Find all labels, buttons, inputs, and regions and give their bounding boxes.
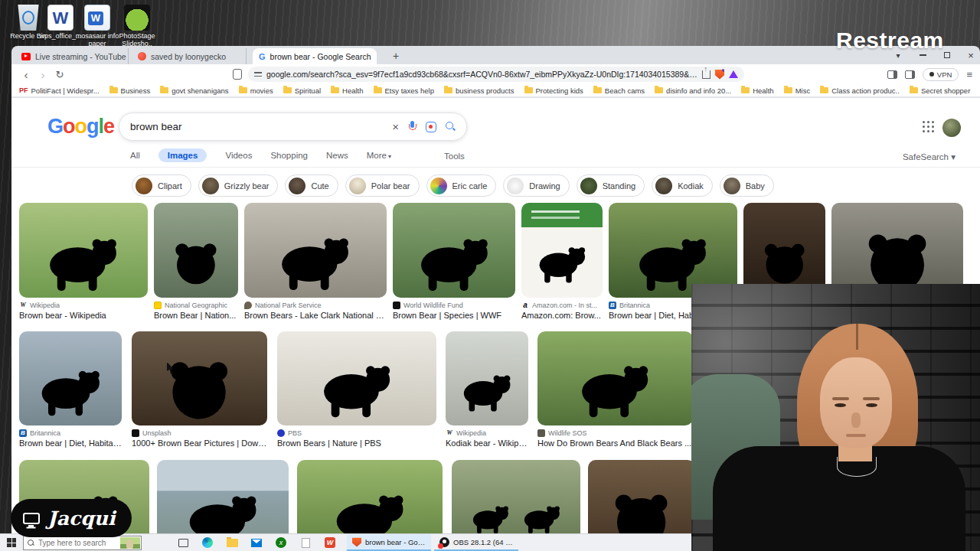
chip-polar-bear[interactable]: Polar bear (345, 174, 420, 197)
image-result[interactable]: World Wildlife Fund Brown Bear | Species… (393, 203, 515, 320)
url-bar[interactable]: google.com/search?sca_esv=9f7ecf1a9cd93c… (248, 67, 744, 82)
search-highlight-image[interactable] (120, 537, 140, 549)
task-view-button[interactable] (171, 534, 195, 551)
tools-button[interactable]: Tools (444, 152, 465, 161)
mail-button[interactable] (244, 534, 269, 551)
bear-image[interactable] (132, 331, 267, 425)
back-button[interactable]: ‹ (18, 68, 34, 81)
result-title[interactable]: Brown Bears - Lake Clark National Park .… (244, 311, 387, 320)
clear-search-icon[interactable]: × (392, 120, 399, 133)
reading-list-icon[interactable] (233, 69, 242, 80)
bookmark-folder[interactable]: Protecting kids (524, 86, 583, 95)
bookmark-folder[interactable]: business products (444, 86, 514, 95)
bookmark-folder[interactable]: Misc (784, 86, 811, 95)
chip-drawing[interactable]: Drawing (503, 174, 569, 197)
bookmark-politifact[interactable]: PFPolitiFact | Widespr... (19, 86, 100, 95)
bear-image[interactable] (393, 203, 515, 298)
chip-clipart[interactable]: Clipart (132, 174, 191, 197)
bookmark-folder[interactable]: Class action produc.. (820, 86, 900, 95)
side-panel-icon[interactable] (905, 70, 915, 79)
task-button-obs[interactable]: OBS 28.1.2 (64 bit, ... (434, 534, 518, 551)
extension-triangle-icon[interactable] (729, 70, 738, 78)
image-result[interactable]: WWikipedia Brown bear - Wikipedia (19, 203, 148, 320)
bookmark-folder[interactable]: govt shenanigans (160, 86, 228, 95)
brave-shield-icon[interactable] (715, 70, 724, 80)
image-result[interactable]: aAmazon.com - In st... Amazon.com: Brow.… (521, 203, 603, 320)
result-title[interactable]: Kodiak bear - Wikipe... (446, 439, 528, 448)
chip-cute[interactable]: Cute (285, 174, 338, 197)
chip-baby[interactable]: Baby (720, 174, 774, 197)
bear-image[interactable] (537, 331, 693, 425)
bookmark-folder[interactable]: movies (239, 86, 273, 95)
bookmark-folder[interactable]: disinfo and info 20... (655, 86, 731, 95)
chip-eric-carle[interactable]: Eric carle (426, 174, 497, 197)
document-app-button[interactable] (293, 534, 318, 551)
google-logo[interactable]: Google (47, 115, 114, 139)
bear-image[interactable] (588, 460, 695, 533)
file-explorer-button[interactable] (220, 534, 244, 551)
result-title[interactable]: How Do Brown Bears And Black Bears ... (537, 439, 693, 448)
task-button-brave[interactable]: brown bear - Googl... (347, 534, 431, 551)
bookmark-folder[interactable]: Business (109, 86, 151, 95)
tab-shopping[interactable]: Shopping (270, 151, 308, 160)
image-result[interactable]: Unsplash 1000+ Brown Bear Pictures | Dow… (132, 331, 267, 448)
forward-button[interactable]: › (34, 68, 51, 81)
tab-saved[interactable]: saved by loonygecko (132, 48, 247, 64)
bear-image[interactable] (19, 203, 148, 298)
close-window-button[interactable]: × (962, 46, 979, 64)
image-result[interactable]: Wildlife SOS How Do Brown Bears And Blac… (537, 331, 693, 448)
tab-more[interactable]: More▾ (367, 151, 391, 160)
bookmark-folder[interactable]: Health (741, 86, 773, 95)
tab-all[interactable]: All (130, 151, 140, 160)
result-title[interactable]: Amazon.com: Brow... (521, 311, 603, 320)
menu-button[interactable]: ≡ (966, 69, 972, 80)
image-result[interactable]: WWikipedia Kodiak bear - Wikipe... (446, 331, 528, 448)
xbox-button[interactable]: x (269, 534, 293, 551)
avatar[interactable] (942, 119, 961, 137)
image-result[interactable]: BBritannica Brown bear | Diet, Habitat, … (19, 331, 122, 448)
image-result[interactable] (452, 460, 580, 533)
chip-standing[interactable]: Standing (577, 174, 645, 197)
bookmark-folder[interactable]: Spiritual (283, 86, 321, 95)
new-tab-button[interactable]: + (388, 49, 403, 63)
site-settings-icon[interactable] (254, 70, 262, 78)
image-result[interactable]: National Geographic Brown Bear | Nation.… (154, 203, 238, 320)
lens-icon[interactable] (426, 122, 436, 132)
bear-cubs-image[interactable] (452, 460, 580, 533)
bear-image[interactable] (297, 460, 443, 533)
image-result[interactable] (588, 460, 695, 533)
chip-grizzly-bear[interactable]: Grizzly bear (198, 174, 279, 197)
result-title[interactable]: Brown bear - Wikipedia (19, 311, 148, 320)
mic-icon[interactable] (408, 121, 416, 132)
wondershare-button[interactable]: W (318, 534, 342, 551)
search-icon[interactable] (446, 122, 456, 132)
safesearch-button[interactable]: SafeSearch ▾ (903, 152, 956, 162)
taskbar-search[interactable] (23, 536, 142, 550)
result-title[interactable]: Brown Bears | Nature | PBS (277, 439, 436, 448)
tab-images[interactable]: Images (158, 148, 207, 162)
bear-image[interactable] (244, 203, 387, 298)
tab-youtube-studio[interactable]: Live streaming - YouTube Studio (15, 48, 129, 64)
share-icon[interactable] (702, 70, 710, 79)
image-result[interactable] (157, 460, 289, 533)
tab-videos[interactable]: Videos (225, 151, 252, 160)
sidebar-icon[interactable] (887, 70, 897, 79)
start-button[interactable] (0, 534, 23, 551)
result-title[interactable]: Brown Bear | Species | WWF (393, 311, 515, 320)
bookmark-folder[interactable]: Beach cams (593, 86, 645, 95)
image-result[interactable] (297, 460, 443, 533)
bear-image[interactable] (19, 331, 122, 425)
search-input[interactable] (130, 121, 383, 132)
bear-image[interactable] (157, 460, 289, 533)
bookmark-folder[interactable]: Secret shopper (910, 86, 970, 95)
bookmark-folder[interactable]: Health (331, 86, 363, 95)
book-cover-image[interactable] (521, 203, 603, 298)
reload-button[interactable]: ↻ (51, 69, 68, 80)
image-result[interactable]: National Park Service Brown Bears - Lake… (244, 203, 387, 320)
google-apps-button[interactable] (923, 121, 935, 133)
desktop-icon-photostage[interactable]: PhotoStage Slidesho.. (113, 5, 161, 47)
edge-taskbar-button[interactable] (195, 534, 220, 551)
bear-image[interactable] (277, 331, 436, 425)
tab-google-search[interactable]: G brown bear - Google Search × (253, 48, 377, 64)
result-title[interactable]: Brown Bear | Nation... (154, 311, 238, 320)
